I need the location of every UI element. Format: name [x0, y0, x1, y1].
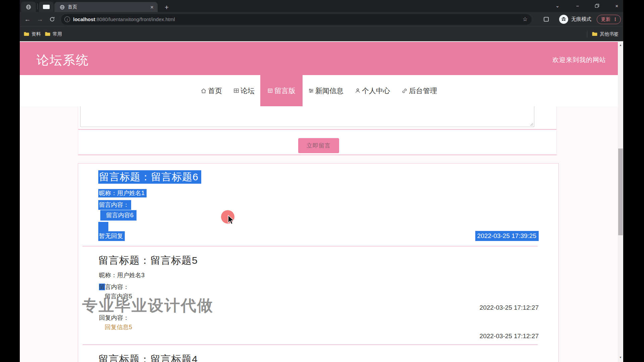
page-scrollbar[interactable]: ▲ ▼	[618, 41, 623, 362]
forum-icon	[233, 88, 239, 94]
message-divider	[83, 345, 538, 345]
tab-title: 首页	[68, 4, 150, 10]
selected-empty-line	[98, 222, 108, 232]
address-bar[interactable]: i localhost:8080/luentanxitong/front/ind…	[61, 14, 532, 25]
message-title: 留言标题：留言标题4	[98, 353, 198, 362]
selected-text: 暂无回复	[98, 231, 125, 241]
submit-message-button[interactable]: 立即留言	[298, 138, 339, 153]
back-button[interactable]: ←	[22, 14, 33, 24]
scrollbar-thumb[interactable]	[618, 148, 623, 235]
nav-item-forum[interactable]: 论坛	[228, 75, 260, 106]
reply-time: 2022-03-25 17:12:27	[480, 333, 539, 340]
folder-icon	[592, 32, 597, 36]
page-viewport: 论坛系统 欢迎来到我的网站 首页 论坛 留言版 新闻信息	[20, 41, 623, 362]
nav-item-admin[interactable]: 后台管理	[396, 75, 443, 106]
incognito-icon	[561, 17, 567, 22]
url-text: localhost:8080/luentanxitong/front/index…	[73, 16, 523, 22]
bookmark-star-icon[interactable]: ☆	[523, 16, 528, 23]
selected-text: 昵称：用户姓名1	[98, 189, 147, 197]
nav-label: 留言版	[274, 86, 296, 96]
board-icon	[267, 88, 273, 94]
address-toolbar: ← → i localhost:8080/luentanxitong/front…	[20, 12, 623, 26]
update-menu-button[interactable]: 更新 ⋮	[597, 15, 621, 24]
new-tab-button[interactable]: +	[162, 3, 171, 12]
reload-icon	[49, 16, 55, 22]
url-host: localhost	[73, 16, 95, 22]
update-label: 更新	[601, 16, 610, 22]
reload-button[interactable]	[47, 14, 57, 24]
message-textarea[interactable]	[80, 106, 534, 127]
other-bookmarks-label: 其他书签	[600, 31, 619, 37]
restore-icon	[595, 3, 599, 8]
pinned-tab-2[interactable]	[39, 2, 54, 12]
tab-strip: 首页 × + ⌄ − ×	[20, 0, 623, 12]
nav-label: 个人中心	[362, 86, 390, 96]
browser-window: 首页 × + ⌄ − × ← → i localhost:8080/luenta…	[20, 0, 623, 362]
message-no-reply: 暂无回复	[98, 232, 125, 240]
scroll-up-arrow-icon[interactable]: ▲	[618, 43, 623, 47]
scroll-down-arrow-icon[interactable]: ▼	[618, 355, 623, 360]
reply-content: 回复信息5	[105, 323, 132, 331]
bookmarks-bar: 资料 常用 其他书签	[20, 26, 623, 41]
bookmark-label: 常用	[53, 31, 62, 37]
forward-button[interactable]: →	[35, 14, 45, 24]
tab-separator	[37, 3, 38, 9]
incognito-badge	[559, 15, 568, 24]
selected-text: 留言内容：	[98, 200, 131, 210]
window-close-button[interactable]: ×	[609, 0, 625, 11]
label-text: 言内容：	[105, 284, 129, 290]
news-icon	[308, 88, 314, 94]
blank-favicon	[43, 5, 50, 9]
nav-item-message-board[interactable]: 留言版	[260, 75, 303, 106]
welcome-text: 欢迎来到我的网站	[552, 56, 606, 64]
message-list-card: 留言标题：留言标题6 昵称：用户姓名1 留言内容： 留言内容6 暂无回复 202…	[78, 163, 559, 362]
side-panel-icon	[543, 16, 549, 22]
nav-label: 论坛	[240, 86, 255, 96]
mouse-cursor	[227, 215, 235, 225]
message-title: 留言标题：留言标题5	[98, 254, 198, 267]
nav-label: 新闻信息	[315, 86, 343, 96]
bookmark-label: 资料	[32, 31, 41, 37]
site-info-icon[interactable]: i	[64, 16, 70, 22]
bookmark-folder-ziliao[interactable]: 资料	[24, 31, 41, 37]
watermark-text: 专业毕业设计代做	[82, 295, 214, 316]
bookmark-folder-changyong[interactable]: 常用	[45, 31, 62, 37]
window-minimize-button[interactable]: −	[570, 0, 585, 11]
form-divider	[78, 129, 556, 130]
folder-icon	[24, 32, 29, 36]
side-panel-button[interactable]	[541, 14, 551, 24]
url-path: :8080/luentanxitong/front/index.html	[95, 16, 175, 22]
nav-item-home[interactable]: 首页	[195, 75, 228, 106]
selected-text: 留言标题：留言标题6	[98, 170, 201, 184]
nav-item-profile[interactable]: 个人中心	[349, 75, 396, 106]
message-title: 留言标题：留言标题6	[98, 170, 201, 184]
nav-label: 后台管理	[409, 86, 437, 96]
globe-icon	[26, 4, 31, 10]
tab-search-chevron-icon[interactable]: ⌄	[550, 0, 565, 11]
bookmarks-separator	[587, 31, 587, 38]
tab-close-icon[interactable]: ×	[150, 4, 154, 10]
kebab-menu-icon[interactable]: ⋮	[613, 17, 618, 21]
resize-handle-icon[interactable]	[529, 122, 533, 126]
message-nickname: 昵称：用户姓名1	[98, 189, 147, 197]
message-content-label: 留言内容：	[98, 201, 131, 209]
window-restore-button[interactable]	[589, 0, 605, 11]
selected-text: 留言内容6	[100, 210, 137, 221]
message-content: 留言内容6	[100, 211, 137, 219]
message-content-label: 留言内容：	[99, 283, 129, 291]
site-header: 论坛系统 欢迎来到我的网站	[20, 42, 618, 75]
message-nickname: 昵称：用户姓名3	[99, 271, 145, 279]
main-nav: 首页 论坛 留言版 新闻信息 个人中心	[20, 75, 618, 106]
active-tab[interactable]: 首页 ×	[54, 2, 158, 12]
message-divider	[83, 246, 538, 246]
nav-item-news[interactable]: 新闻信息	[303, 75, 349, 106]
nav-label: 首页	[208, 86, 222, 96]
pinned-tab-1[interactable]	[21, 2, 36, 12]
incognito-label: 无痕模式	[571, 16, 591, 22]
folder-icon	[45, 32, 50, 36]
user-icon	[355, 88, 361, 94]
globe-icon	[60, 5, 65, 10]
message-time: 2022-03-25 17:12:27	[480, 304, 539, 311]
selected-text: 2022-03-25 17:39:25	[475, 231, 539, 241]
other-bookmarks-button[interactable]: 其他书签	[592, 31, 619, 37]
